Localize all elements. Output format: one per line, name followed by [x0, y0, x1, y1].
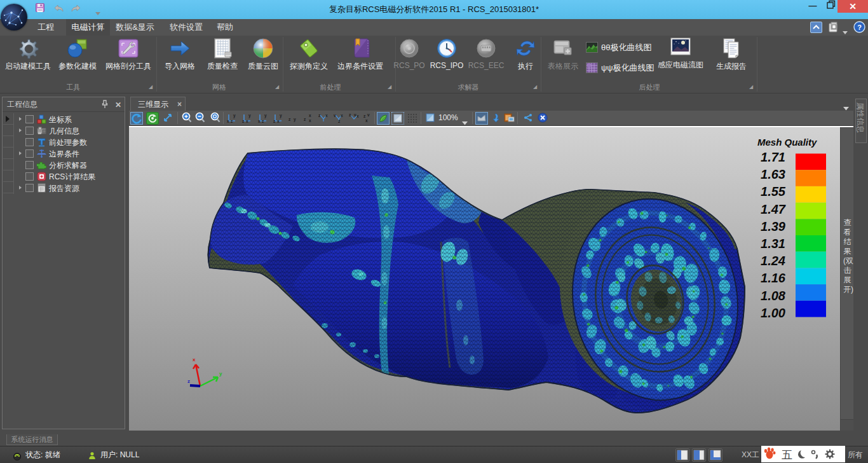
svg-text:x: x — [227, 119, 229, 123]
svg-text:1.31: 1.31 — [761, 237, 785, 251]
svg-text:z: z — [363, 114, 366, 118]
svg-text:z: z — [304, 117, 306, 121]
svg-text:z: z — [338, 119, 341, 123]
svg-text:x: x — [341, 113, 343, 118]
svg-text:?: ? — [857, 24, 862, 31]
svg-text:y: y — [280, 113, 282, 118]
svg-text:y: y — [248, 113, 251, 118]
svg-text:z: z — [288, 117, 291, 121]
svg-text:z: z — [187, 378, 190, 384]
svg-text:x: x — [309, 118, 311, 123]
svg-text:1.16: 1.16 — [761, 271, 786, 285]
svg-text:x: x — [193, 357, 196, 363]
svg-text:x: x — [325, 113, 328, 118]
svg-text:x: x — [309, 113, 311, 118]
svg-text:1.71: 1.71 — [761, 150, 785, 164]
svg-text:1.63: 1.63 — [761, 167, 785, 181]
svg-text:x: x — [258, 119, 261, 123]
svg-text:y: y — [264, 113, 267, 118]
svg-text:v: v — [367, 113, 370, 117]
svg-text:1.39: 1.39 — [761, 219, 786, 233]
svg-text:1.08: 1.08 — [761, 289, 786, 303]
svg-text:1.47: 1.47 — [761, 202, 786, 216]
svg-text:y: y — [219, 371, 222, 377]
svg-text:1.00: 1.00 — [761, 306, 785, 320]
svg-text:1.24: 1.24 — [761, 254, 785, 268]
svg-text:x: x — [277, 119, 280, 123]
svg-text:y: y — [294, 117, 296, 122]
svg-text:x: x — [365, 118, 368, 123]
svg-text:x: x — [356, 114, 359, 118]
svg-text:1.55: 1.55 — [761, 184, 786, 198]
svg-text:Mesh Quality: Mesh Quality — [757, 137, 817, 148]
svg-text:v: v — [334, 113, 336, 118]
svg-text:x: x — [246, 119, 248, 123]
svg-text:五: 五 — [782, 449, 792, 461]
svg-text:z: z — [349, 113, 351, 117]
svg-text:y: y — [233, 113, 236, 118]
